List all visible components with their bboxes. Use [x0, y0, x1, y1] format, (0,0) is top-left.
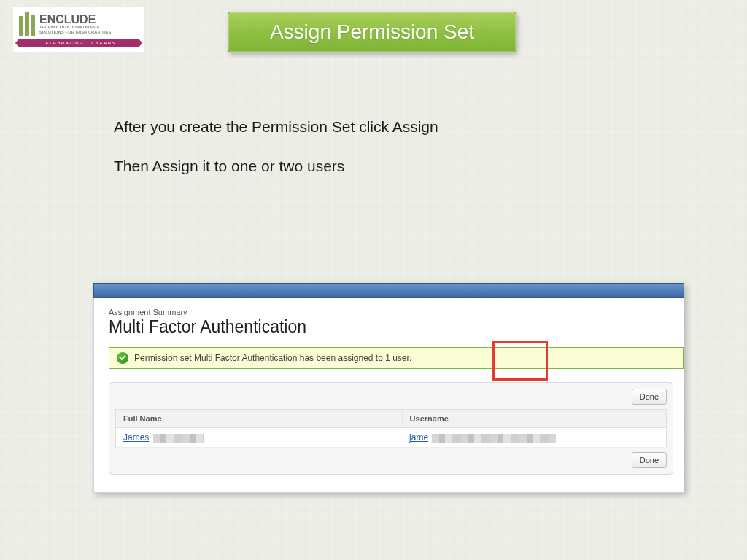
summary-title: Multi Factor Authentication [109, 317, 673, 337]
instruction-line-2: Then Assign it to one or two users [114, 158, 438, 175]
logo-subtitle-1: TECHNOLOGY DONATIONS & [39, 26, 111, 30]
cell-username[interactable]: jame [402, 428, 666, 448]
redacted-icon [153, 434, 204, 443]
col-full-name: Full Name [116, 410, 403, 428]
assignment-panel: Done Full Name Username James jame [109, 382, 673, 475]
username-visible: jame [409, 432, 428, 443]
full-name-visible: James [123, 432, 149, 443]
redacted-icon [432, 434, 556, 443]
summary-label: Assignment Summary [109, 308, 673, 316]
logo-brand: ENCLUDE [39, 14, 111, 25]
done-button-bottom[interactable]: Done [632, 452, 667, 468]
table-header-row: Full Name Username [116, 410, 667, 428]
instruction-line-1: After you create the Permission Set clic… [114, 118, 438, 136]
enclude-logo: ENCLUDE TECHNOLOGY DONATIONS & SOLUTIONS… [13, 7, 144, 52]
assigned-users-table: Full Name Username James jame [115, 409, 667, 448]
logo-bars-icon [19, 12, 35, 36]
table-row: James jame [116, 428, 667, 448]
logo-subtitle-2: SOLUTIONS FOR IRISH CHARITIES [39, 31, 111, 35]
cell-full-name[interactable]: James [116, 428, 403, 448]
instructions: After you create the Permission Set clic… [114, 118, 438, 197]
page-title: Assign Permission Set [228, 12, 516, 52]
assignment-summary-screenshot: Assignment Summary Multi Factor Authenti… [93, 283, 684, 493]
success-message-bar: Permission set Multi Factor Authenticati… [109, 347, 684, 369]
success-check-icon [117, 352, 128, 364]
col-username: Username [402, 410, 666, 428]
window-titlebar [93, 283, 684, 298]
logo-ribbon: CELEBRATING 10 YEARS [19, 39, 139, 47]
done-button-top[interactable]: Done [632, 389, 667, 405]
success-message-text: Permission set Multi Factor Authenticati… [134, 353, 411, 363]
